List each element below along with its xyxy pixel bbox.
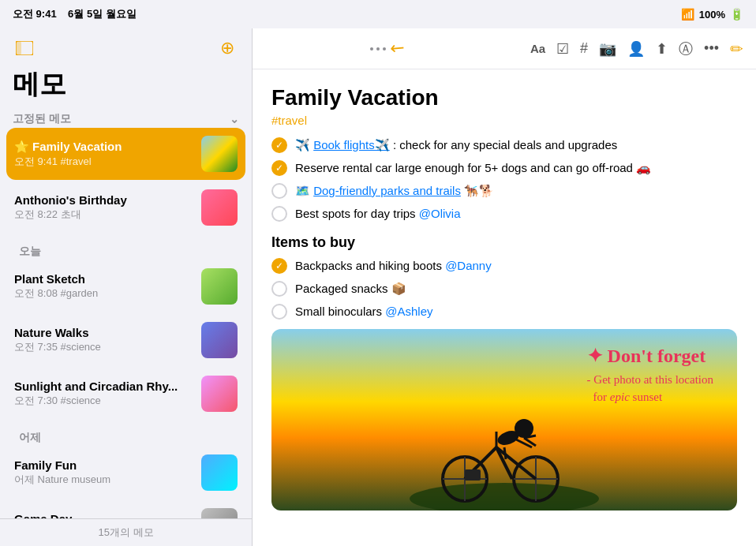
checklist-item-4: Best spots for day trips @Olivia <box>271 205 737 222</box>
note-hashtag: #travel <box>271 114 737 127</box>
handwriting-line1: Don't forget <box>608 346 706 366</box>
svg-line-16 <box>504 447 506 459</box>
note-item-nature-walks[interactable]: Nature Walks 오전 7:35 #science <box>6 314 245 366</box>
sidebar-toggle-button[interactable] <box>13 36 36 60</box>
pinned-section-label: 고정된 메모 ⌄ <box>0 109 252 128</box>
note-subtitle: 오전 9:41 #travel <box>14 155 195 169</box>
status-indicators: 📶 100% 🔋 <box>681 8 743 21</box>
collaborate-icon[interactable]: 👤 <box>627 40 645 58</box>
link-book-flights[interactable]: Book flights✈️ <box>313 138 390 151</box>
status-bar: 오전 9:41 6월 5일 월요일 📶 100% 🔋 <box>0 0 756 28</box>
note-title: Nature Walks <box>14 326 195 339</box>
note-thumbnail <box>201 454 238 491</box>
checkbox-3[interactable] <box>271 183 287 199</box>
main-layout: ⊕ 메모 고정된 메모 ⌄ ⭐Family Vacation 오전 9:41 #… <box>0 28 756 546</box>
pinned-chevron-icon[interactable]: ⌄ <box>230 113 239 125</box>
battery-indicator: 100% <box>699 9 725 21</box>
handwriting-line2: - Get photo at this location <box>587 373 713 386</box>
note-subtitle: 오전 8:22 초대 <box>14 208 195 222</box>
note-item-plant-sketch[interactable]: Plant Sketch 오전 8:08 #garden <box>6 260 245 312</box>
notes-count: 15개의 메모 <box>0 518 252 546</box>
detail-toolbar: ↗ Aa ☑ # 📷 👤 ⬆ Ⓐ ••• ✏ <box>253 28 756 69</box>
handwriting-line3: for epic sunset <box>593 391 662 403</box>
note-title: Game Day <box>14 512 195 518</box>
checkbox-1[interactable]: ✓ <box>271 137 287 153</box>
detail-content: Family Vacation #travel ✓ ✈️ Book flight… <box>253 69 756 546</box>
note-title: ⭐Family Vacation <box>14 140 195 154</box>
toolbar-dot <box>383 47 386 50</box>
note-title: Family Fun <box>14 458 195 472</box>
mention-ashley: @Ashley <box>385 305 432 318</box>
back-arrow-icon[interactable]: ↗ <box>386 36 410 61</box>
wifi-icon: 📶 <box>681 8 694 21</box>
sidebar-title: 메모 <box>0 63 252 109</box>
status-time-date: 오전 9:41 6월 5일 월요일 <box>13 7 137 21</box>
yesterday-section-label: 어제 <box>6 428 245 447</box>
handwriting-star-icon: ✦ <box>587 346 608 366</box>
more-icon[interactable]: ••• <box>704 40 719 57</box>
toolbar-dot <box>376 47 380 50</box>
svg-rect-17 <box>465 469 481 481</box>
link-dog-parks[interactable]: Dog-friendly parks and trails <box>313 184 461 197</box>
note-subtitle: 오전 7:30 #science <box>14 394 195 408</box>
photo-background: ✦ Don't forget - Get photo at this locat… <box>271 329 737 510</box>
buy-item-3: Small binoculars @Ashley <box>271 303 737 320</box>
buy-checkbox-1[interactable]: ✓ <box>271 258 287 274</box>
checklist-item-2: ✓ Reserve rental car large enough for 5+… <box>271 159 737 176</box>
note-title: Sunlight and Circadian Rhy... <box>14 380 195 393</box>
sidebar-more-button[interactable]: ⊕ <box>215 36 239 60</box>
svg-point-2 <box>410 483 599 510</box>
today-section-label: 오늘 <box>6 241 245 260</box>
note-item-game-day[interactable]: Game Day 어제 #soccer <box>6 500 245 518</box>
mention-danny: @Danny <box>445 259 492 272</box>
svg-point-14 <box>515 419 533 438</box>
note-thumbnail <box>201 508 238 518</box>
sidebar: ⊕ 메모 고정된 메모 ⌄ ⭐Family Vacation 오전 9:41 #… <box>0 28 253 546</box>
buy-checkbox-2[interactable] <box>271 281 287 297</box>
note-thumbnail <box>201 322 238 358</box>
find-replace-icon[interactable]: Ⓐ <box>679 39 693 58</box>
note-item-family-vacation[interactable]: ⭐Family Vacation 오전 9:41 #travel <box>6 128 245 180</box>
note-thumbnail <box>201 376 238 412</box>
mention-olivia: @Olivia <box>419 207 461 220</box>
note-item-birthday[interactable]: Anthonio's Birthday 오전 8:22 초대 <box>6 181 245 234</box>
checklist-item-1: ✓ ✈️ Book flights✈️ : check for any spec… <box>271 136 737 153</box>
note-title: Plant Sketch <box>14 272 195 286</box>
svg-rect-1 <box>16 41 21 55</box>
note-subtitle: 오전 7:35 #science <box>14 340 195 354</box>
checklist-item-3: 🗺️ Dog-friendly parks and trails 🐕‍🦺🐕 <box>271 182 737 199</box>
note-subtitle: 오전 8:08 #garden <box>14 286 195 301</box>
checkbox-2[interactable]: ✓ <box>271 160 287 176</box>
notes-list: ⭐Family Vacation 오전 9:41 #travel Anthoni… <box>0 128 252 518</box>
detail-pane: ↗ Aa ☑ # 📷 👤 ⬆ Ⓐ ••• ✏ Family Vacation #… <box>253 28 756 546</box>
format-text-button[interactable]: Aa <box>530 42 545 55</box>
compose-icon[interactable]: ✏ <box>730 39 743 58</box>
toolbar-right: Aa ☑ # 📷 👤 ⬆ Ⓐ ••• ✏ <box>530 39 743 58</box>
checkbox-4[interactable] <box>271 206 287 222</box>
note-thumbnail <box>201 136 238 172</box>
note-thumbnail <box>201 268 238 305</box>
battery-icon: 🔋 <box>730 8 743 21</box>
camera-icon[interactable]: 📷 <box>599 40 616 58</box>
buy-checkbox-3[interactable] <box>271 304 287 320</box>
items-to-buy-heading: Items to buy <box>271 234 737 251</box>
note-subtitle: 어제 Nature museum <box>14 473 195 487</box>
note-detail-title: Family Vacation <box>271 85 737 110</box>
checklist-icon[interactable]: ☑ <box>556 40 569 58</box>
photo-note: ✦ Don't forget - Get photo at this locat… <box>271 329 737 510</box>
share-icon[interactable]: ⬆ <box>656 40 668 58</box>
note-item-sunlight[interactable]: Sunlight and Circadian Rhy... 오전 7:30 #s… <box>6 368 245 420</box>
toolbar-dot <box>370 47 373 50</box>
buy-item-2: Packaged snacks 📦 <box>271 280 737 297</box>
note-title: Anthonio's Birthday <box>14 193 195 207</box>
handwriting-overlay: ✦ Don't forget - Get photo at this locat… <box>587 345 713 406</box>
buy-item-1: ✓ Backpacks and hiking boots @Danny <box>271 257 737 274</box>
sidebar-header: ⊕ <box>0 28 252 63</box>
note-item-family-fun[interactable]: Family Fun 어제 Nature museum <box>6 447 245 499</box>
table-icon[interactable]: # <box>580 40 588 57</box>
note-thumbnail <box>201 189 238 226</box>
